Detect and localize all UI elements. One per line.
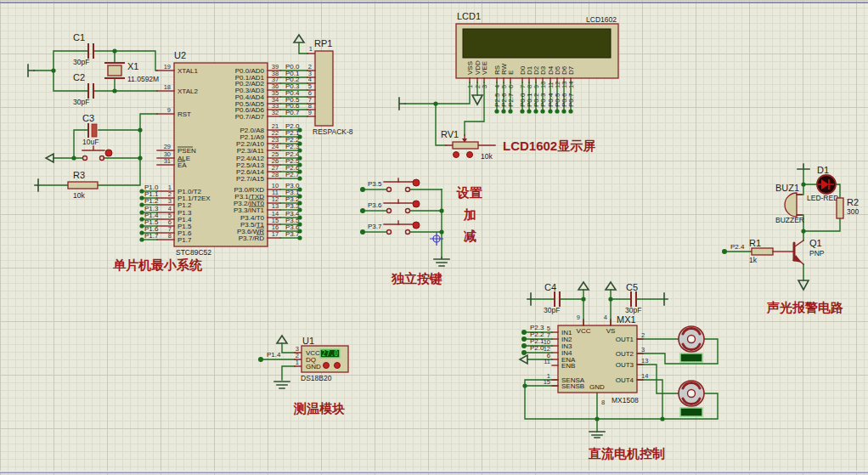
power-terminal [277,336,287,343]
buzzer-buz1[interactable]: BUZ1 BUZZER [775,183,804,224]
mx1-ref: MX1 [617,314,636,325]
pin-text: P3.7 [285,230,300,238]
junction-dot [139,223,144,228]
ground-symbol [274,382,290,388]
pot-rv1[interactable]: RV1 10k [441,129,495,161]
pin-text: XTAL2 [178,88,198,95]
pin-text: ENB [561,362,575,370]
pin-text: P0.3 [539,93,547,107]
junction-dot [139,230,144,235]
pin-text: 18 [164,83,171,91]
capacitor-c4[interactable]: C4 30pF [544,282,560,314]
c2-value: 30pF [73,98,89,106]
u1-dec-button[interactable] [335,363,341,369]
c3-ref: C3 [82,113,94,123]
pin-text: EA [178,161,187,169]
pin-text: 9 [167,106,171,114]
reset-button-dot[interactable] [105,150,112,156]
pin-text: 8 [601,399,605,406]
rv1-inc-button[interactable] [467,152,473,158]
junction-dot [51,68,55,72]
c5-ref: C5 [626,282,638,292]
capacitor-c5[interactable]: C5 30pF [625,282,641,314]
pin-text: 9 [308,109,312,116]
transistor-q1[interactable]: Q1 PNP [792,238,825,264]
u1-value: DS18B20 [301,374,332,382]
c2-ref: C2 [73,72,85,82]
pin-text: 3 [641,346,645,353]
respack-rp1[interactable]: RP1 RESPACK-8 123456789 [294,35,353,136]
pin-text: GND [589,383,605,391]
section-label-motor: 直流电机控制 [588,446,665,461]
lcd1602-display[interactable]: LCD1 LCD1602 1VSS2VDD3VEE4RSP2.55RWP2.66… [399,11,618,145]
alarm-section: P2.4 D1 LED-RED BUZ1 BUZZER R2 300 R1 1k [722,164,859,314]
crystal-x1[interactable]: X1 11.0592M [105,61,159,83]
junction-dot [138,127,142,132]
pin-text: 17 [272,230,279,238]
ground-terminal [664,293,668,305]
junction-dot [555,109,559,113]
resistor-r3[interactable]: R3 10k [68,170,98,200]
pin-text: OUT2 [616,350,634,358]
pin-text: P0.7 [567,93,575,107]
led-d1[interactable]: D1 LED-RED [807,165,838,202]
pin-text: XTAL1 [178,67,198,75]
junction-dot [801,229,805,233]
capacitor-c1[interactable]: C1 30pF [73,32,93,66]
pin-text: P1.7 [178,236,192,244]
junction-dot [501,109,505,113]
junction-dot [139,237,144,241]
u1-temperature-value: 27.0 [322,350,338,358]
ground-arrow-terminal [798,280,809,290]
resistor-r2[interactable]: R2 300 [837,197,859,218]
d1-value: LED-RED [807,194,838,202]
pin-text: VSS [466,61,474,75]
pin-text: P0.7 [285,109,300,116]
pin-text: P3.6 [368,201,382,209]
key-rows: P3.5P3.6P3.7 [360,178,442,235]
motor1-rpm-display [680,353,702,362]
temp-section: P1.4 U1 DS18B20 27.0 3VCC2DQ1GND 测温模块 [258,336,348,416]
motor-1[interactable] [679,326,704,362]
pin-text: VEE [481,61,488,75]
independent-keys-section: P3.5P3.6P3.7 设置 加 减 独立按键 [360,178,482,286]
motor2-rpm-display [680,408,702,416]
pin-text: GND [306,363,321,370]
key-button-P3.6[interactable] [413,201,420,207]
pin-text: 4 [604,314,607,321]
key-button-P3.7[interactable] [413,222,420,229]
junction-dot [548,109,552,113]
r1-net-label: P2.4 [730,243,745,251]
u2-value: STC89C52 [176,248,211,257]
pin-text: 15 [544,378,550,386]
pin-text: OUT4 [616,376,634,384]
pin-text: P2.0 [530,344,544,352]
u1-ref: U1 [302,336,314,346]
ground-symbol [434,257,449,266]
pin-text: 2 [641,331,645,339]
rv1-dec-button[interactable] [454,152,459,158]
junction-dot [139,210,144,214]
pin-text: P2.3 [285,143,300,150]
net-terminal-dot [722,249,727,254]
resistor-r1[interactable]: R1 1k [749,238,794,264]
r3-ref: R3 [73,170,85,180]
junction-dot [801,182,805,186]
c1-value: 30pF [73,58,89,66]
section-label-keys: 独立按键 [391,271,442,286]
buz1-ref: BUZ1 [775,183,799,193]
capacitor-c2[interactable]: C2 30pF [73,72,93,106]
u1-inc-button[interactable] [324,363,330,369]
key-label-inc: 加 [463,207,476,222]
junction-dot [439,208,443,212]
ground-terminal [399,98,405,110]
motor-2[interactable] [679,381,704,416]
pin-text: 24 [272,143,279,150]
lcd-model: LCD1602 [586,15,617,24]
section-label-alarm: 声光报警电路 [766,300,843,314]
schematic-canvas: C1 30pF C2 30pF X1 11.0592M C3 10uF [0,0,868,475]
key-button-P3.5[interactable] [413,179,420,186]
pin-text: P1.7 [144,232,159,240]
junction-dot [522,383,527,387]
pin-text: 28 [272,171,279,178]
